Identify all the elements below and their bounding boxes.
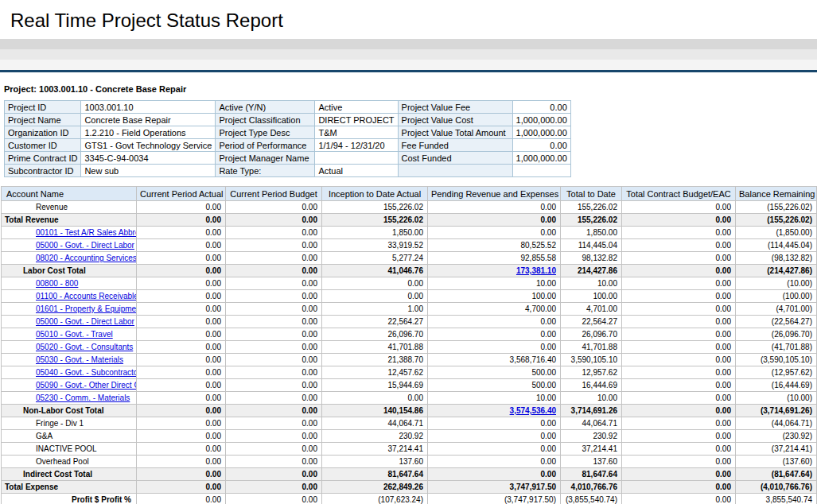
value-cell: 0.00 bbox=[226, 392, 322, 405]
value-cell: 0.00 bbox=[137, 366, 226, 379]
account-link[interactable]: 00800 - 800 bbox=[36, 279, 78, 288]
pending-amount-link[interactable]: 173,381.10 bbox=[516, 266, 556, 275]
account-link[interactable]: 05010 - Govt. - Travel bbox=[36, 330, 113, 339]
value-cell: 10.00 bbox=[561, 277, 622, 290]
value-cell: 22,564.27 bbox=[322, 316, 428, 328]
value-cell: 0.00 bbox=[137, 252, 226, 265]
account-name-cell: Fringe - Div 1 bbox=[2, 417, 137, 430]
account-link[interactable]: 05030 - Govt. - Materials bbox=[36, 355, 123, 364]
value-cell: 0.00 bbox=[428, 443, 561, 456]
info-value: Active bbox=[315, 101, 398, 114]
account-link[interactable]: 01100 - Accounts Receivable bbox=[36, 292, 137, 300]
account-link[interactable]: 05020 - Govt. - Consultants bbox=[36, 343, 133, 351]
account-name-cell: Revenue bbox=[2, 201, 137, 214]
info-label: Project Manager Name bbox=[216, 152, 315, 165]
value-cell: 262,849.26 bbox=[322, 481, 428, 494]
account-name-cell: 05230 - Comm. - Materials bbox=[2, 392, 137, 405]
value-cell: (155,226.02) bbox=[736, 214, 817, 227]
account-name-cell: Profit $ Profit % bbox=[2, 494, 137, 504]
value-cell: 0.00 bbox=[226, 303, 322, 316]
info-value: 1003.001.10 bbox=[81, 101, 216, 114]
info-label: Customer ID bbox=[5, 139, 81, 152]
value-cell: 0.00 bbox=[428, 430, 561, 443]
value-cell: 0.00 bbox=[137, 290, 226, 303]
value-cell: 0.00 bbox=[622, 277, 736, 290]
column-header: Balance Remaining bbox=[736, 187, 817, 201]
value-cell: 137.60 bbox=[561, 456, 622, 468]
account-link[interactable]: 01601 - Property & Equipment II bbox=[36, 304, 137, 313]
value-cell: 0.00 bbox=[226, 316, 322, 328]
value-cell: 0.00 bbox=[622, 303, 736, 316]
value-cell: 0.00 bbox=[137, 354, 226, 366]
column-header: Total to Date bbox=[561, 187, 622, 201]
toolbar-strip-3 bbox=[0, 60, 817, 70]
table-row: Profit $ Profit %0.000.00(107,623.24) (4… bbox=[2, 494, 817, 504]
value-cell: 0.00 bbox=[137, 214, 226, 227]
table-row: G&A0.000.00230.920.00230.920.00(230.92) bbox=[2, 430, 817, 443]
value-cell: 12,957.62 bbox=[561, 366, 622, 379]
value-cell: 0.00 bbox=[226, 201, 322, 214]
column-header: Pending Revenue and Expenses bbox=[428, 187, 561, 201]
value-cell: 41,701.88 bbox=[322, 341, 428, 354]
info-value: 1,000,000.00 bbox=[512, 126, 570, 139]
value-cell: 33,919.52 bbox=[322, 239, 428, 252]
value-cell: 0.00 bbox=[226, 405, 322, 417]
info-row: Subcontractor IDNew subRate Type:Actual bbox=[5, 165, 571, 177]
table-row: Overhead Pool0.000.00137.600.00137.600.0… bbox=[2, 456, 817, 468]
account-link[interactable]: 05000 - Govt. - Direct Labor bbox=[36, 241, 134, 250]
value-cell: 230.92 bbox=[322, 430, 428, 443]
value-cell: 0.00 bbox=[622, 456, 736, 468]
account-name-cell: Total Revenue bbox=[2, 214, 137, 227]
account-summary-table: Account NameCurrent Period ActualCurrent… bbox=[1, 186, 817, 504]
account-link[interactable]: 08020 - Accounting Services bbox=[36, 254, 137, 262]
column-header: Inception to Date Actual bbox=[322, 187, 428, 201]
account-table-head-row: Account NameCurrent Period ActualCurrent… bbox=[2, 187, 817, 201]
value-cell: 0.00 bbox=[137, 468, 226, 481]
project-info-body: Project ID1003.001.10Active (Y/N)ActiveP… bbox=[5, 101, 571, 177]
value-cell: 3,714,691.26 bbox=[561, 405, 622, 417]
value-cell: (4,701.00) bbox=[736, 303, 817, 316]
value-cell: 0.00 bbox=[428, 417, 561, 430]
account-link[interactable]: 00101 - Test A/R Sales Abbrev1 bbox=[36, 228, 137, 237]
info-value: New sub bbox=[81, 165, 216, 177]
account-link[interactable]: 05040 - Govt. - Subcontractors bbox=[36, 368, 137, 377]
value-cell: 80,525.52 bbox=[428, 239, 561, 252]
value-cell: 0.00 bbox=[226, 379, 322, 392]
value-cell: 0.00 bbox=[622, 265, 736, 277]
table-row: Labor Cost Total0.000.0041,046.76173,381… bbox=[2, 265, 817, 277]
account-name-cell: 01601 - Property & Equipment II bbox=[2, 303, 137, 316]
info-label: Subcontractor ID bbox=[5, 165, 81, 177]
value-cell: 0.00 bbox=[428, 316, 561, 328]
value-cell: 0.00 bbox=[622, 392, 736, 405]
info-value bbox=[315, 152, 398, 165]
value-cell: (114,445.04) bbox=[736, 239, 817, 252]
account-name-cell: Overhead Pool bbox=[2, 456, 137, 468]
table-row: 08020 - Accounting Services0.000.005,277… bbox=[2, 252, 817, 265]
column-header: Current Period Actual bbox=[137, 187, 226, 201]
account-link[interactable]: 05090 - Govt.- Other Direct Costs bbox=[36, 381, 137, 390]
info-label: Prime Contract ID bbox=[5, 152, 81, 165]
pending-amount-link[interactable]: 3,574,536.40 bbox=[510, 406, 556, 415]
value-cell: 0.00 bbox=[622, 443, 736, 456]
value-cell: 81,647.64 bbox=[322, 468, 428, 481]
value-cell: (3,590,105.10) bbox=[736, 354, 817, 366]
column-header: Current Period Budget bbox=[226, 187, 322, 201]
value-cell: 0.00 bbox=[226, 494, 322, 504]
account-name-cell: 00101 - Test A/R Sales Abbrev1 bbox=[2, 227, 137, 239]
value-cell: 0.00 bbox=[226, 328, 322, 341]
account-link[interactable]: 05230 - Comm. - Materials bbox=[36, 394, 130, 402]
value-cell: 500.00 bbox=[428, 366, 561, 379]
value-cell: 12,457.62 bbox=[322, 366, 428, 379]
account-link[interactable]: 05000 - Govt. - Direct Labor bbox=[36, 317, 134, 326]
table-row: Total Expense0.000.00262,849.263,747,917… bbox=[2, 481, 817, 494]
value-cell: 0.00 bbox=[137, 417, 226, 430]
info-label: Active (Y/N) bbox=[216, 101, 315, 114]
value-cell: 0.00 bbox=[622, 290, 736, 303]
value-cell: 21,388.70 bbox=[322, 354, 428, 366]
value-cell: 4,700.00 bbox=[428, 303, 561, 316]
value-cell: 0.00 bbox=[622, 481, 736, 494]
value-cell: (12,957.62) bbox=[736, 366, 817, 379]
account-name-cell: 05010 - Govt. - Travel bbox=[2, 328, 137, 341]
value-cell: 0.00 bbox=[137, 316, 226, 328]
value-cell: 0.00 bbox=[322, 277, 428, 290]
